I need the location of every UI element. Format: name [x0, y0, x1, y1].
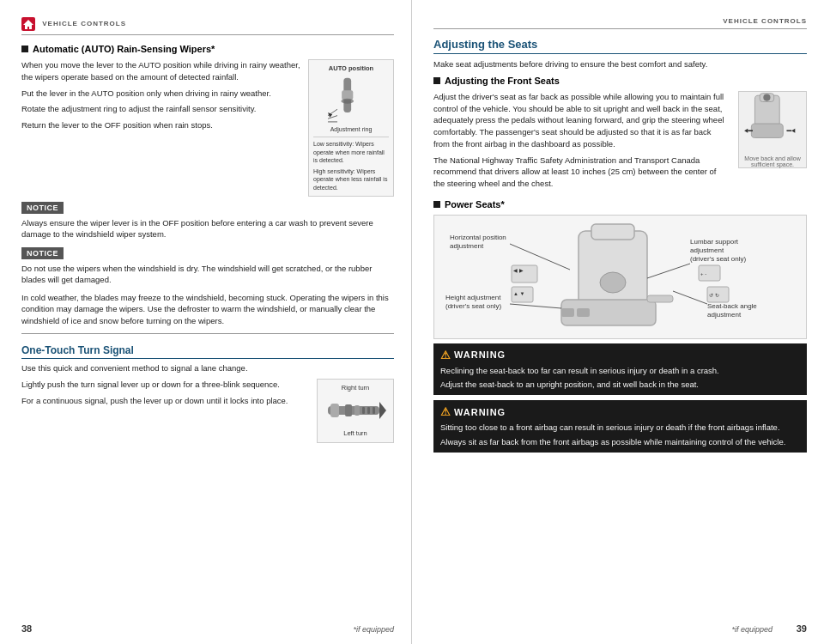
- warning-2: ⚠ WARNING Sitting too close to a front a…: [433, 400, 807, 453]
- wiper-para-2: Put the lever in the AUTO position only …: [21, 88, 301, 100]
- notice-text-1: Always ensure the wiper lever is in the …: [21, 217, 394, 240]
- notice-text-3: In cold weather, the blades may freeze t…: [21, 292, 394, 326]
- front-seat-para-1: Adjust the driver's seat as far back as …: [433, 91, 724, 150]
- svg-point-20: [763, 94, 770, 100]
- svg-rect-25: [579, 231, 647, 308]
- front-seat-text: Adjust the driver's seat as far back as …: [433, 91, 724, 194]
- home-icon: [21, 20, 42, 27]
- warning-1-text-2: Adjust the seat-back to an upright posit…: [440, 379, 800, 390]
- bullet-icon-3: [433, 201, 440, 208]
- svg-rect-27: [591, 224, 634, 240]
- svg-rect-14: [362, 407, 365, 414]
- svg-rect-15: [367, 407, 370, 414]
- turn-para-2: For a continuous signal, push the lever …: [21, 395, 310, 407]
- turn-diagram-box: Right turn Left turn: [317, 379, 394, 443]
- wipers-text: When you move the lever to the AUTO posi…: [21, 59, 301, 197]
- auto-wipers-title: Automatic (AUTO) Rain-Sensing Wipers*: [21, 44, 394, 54]
- svg-point-4: [341, 99, 354, 104]
- adjusting-seats-title: Adjusting the Seats: [433, 38, 807, 54]
- left-turn-label: Left turn: [343, 429, 367, 437]
- svg-rect-29: [647, 295, 673, 302]
- left-page: VEHICLE CONTROLS Automatic (AUTO) Rain-S…: [0, 0, 412, 644]
- warning-triangle-1: ⚠: [440, 349, 451, 361]
- svg-marker-13: [379, 402, 386, 419]
- svg-rect-30: [561, 308, 574, 317]
- warning-1-header: ⚠ WARNING: [440, 349, 800, 361]
- svg-point-28: [600, 272, 626, 293]
- svg-text:adjustment: adjustment: [450, 242, 484, 250]
- svg-rect-31: [577, 308, 590, 317]
- notice-text-2: Do not use the wipers when the windshiel…: [21, 263, 394, 286]
- warning-triangle-2: ⚠: [440, 405, 451, 418]
- svg-text:Height adjustment: Height adjustment: [445, 294, 501, 301]
- front-seat-diagram: Move back and allow sufficient space.: [738, 91, 807, 168]
- warning-2-text-1: Sitting too close to a front airbag can …: [440, 422, 800, 433]
- svg-rect-11: [345, 404, 352, 416]
- power-seats-diagram: Horizontal position adjustment ◀ ▶ Heigh…: [433, 215, 807, 339]
- seats-intro: Make seat adjustments before driving to …: [433, 58, 807, 70]
- wiper-sensitivity-labels: Low sensitivity: Wipers operate when mor…: [313, 137, 389, 191]
- page-spread: VEHICLE CONTROLS Automatic (AUTO) Rain-S…: [0, 0, 824, 644]
- front-seat-content: Adjust the driver's seat as far back as …: [433, 91, 807, 194]
- left-header: VEHICLE CONTROLS: [21, 17, 394, 35]
- right-turn-label: Right turn: [342, 384, 370, 392]
- svg-text:▲ ▼: ▲ ▼: [513, 291, 525, 296]
- turn-signal-title: One-Touch Turn Signal: [21, 344, 394, 359]
- bullet-icon-2: [433, 77, 440, 84]
- left-page-number: 38: [21, 623, 32, 634]
- svg-rect-3: [342, 90, 353, 100]
- right-footnote: *if equipped: [731, 625, 772, 634]
- svg-rect-16: [373, 407, 375, 414]
- right-page: VEHICLE CONTROLS Adjusting the Seats Mak…: [412, 0, 824, 644]
- turn-para-1: Lightly push the turn signal lever up or…: [21, 379, 310, 391]
- notice-label-2: NOTICE: [21, 247, 64, 259]
- divider-1: [21, 333, 394, 334]
- svg-rect-18: [751, 124, 783, 137]
- svg-text:Horizontal position: Horizontal position: [450, 234, 506, 241]
- svg-text:Lumbar support: Lumbar support: [690, 238, 739, 246]
- left-footnote: *if equipped: [353, 625, 394, 634]
- adj-ring-label: Adjustment ring: [330, 125, 373, 134]
- svg-text:adjustment: adjustment: [707, 311, 742, 319]
- svg-text:Seat-back angle: Seat-back angle: [707, 302, 757, 310]
- front-seats-title: Adjusting the Front Seats: [433, 76, 807, 86]
- right-page-number: 39: [797, 623, 807, 634]
- wiper-svg: [315, 75, 388, 125]
- wipers-content: When you move the lever to the AUTO posi…: [21, 59, 394, 197]
- front-seat-para-2: The National Highway Traffic Safety Admi…: [433, 155, 724, 190]
- svg-rect-12: [354, 405, 360, 416]
- svg-line-45: [647, 264, 690, 278]
- svg-line-39: [510, 304, 561, 308]
- power-seat-svg: Horizontal position adjustment ◀ ▶ Heigh…: [441, 222, 810, 332]
- svg-text:+ -: + -: [700, 271, 706, 276]
- bullet-icon: [21, 46, 28, 52]
- turn-signal-svg: [324, 393, 388, 428]
- svg-text:◀ ▶: ◀ ▶: [513, 268, 524, 273]
- turn-text: Lightly push the turn signal lever up or…: [21, 379, 310, 443]
- warning-2-text-2: Always sit as far back from the front ai…: [440, 436, 800, 447]
- svg-marker-24: [791, 129, 795, 133]
- power-seats-title: Power Seats*: [433, 199, 807, 210]
- wiper-para-4: Return the lever to the OFF position whe…: [21, 119, 301, 131]
- turn-intro: Use this quick and convenient method to …: [21, 362, 394, 374]
- wiper-diagram-box: AUTO position Adjustment ring: [308, 59, 394, 197]
- notice-2: NOTICE Do not use the wipers when the wi…: [21, 247, 394, 286]
- svg-line-50: [673, 291, 707, 304]
- svg-rect-26: [561, 300, 656, 325]
- auto-label: AUTO position: [329, 64, 373, 72]
- svg-rect-10: [330, 404, 339, 417]
- svg-text:(driver's seat only): (driver's seat only): [690, 255, 746, 263]
- turn-signal-section: One-Touch Turn Signal Use this quick and…: [21, 344, 394, 443]
- svg-text:adjustment: adjustment: [690, 246, 724, 254]
- notice-1: NOTICE Always ensure the wiper lever is …: [21, 202, 394, 240]
- wiper-para-3: Rotate the adjustment ring to adjust the…: [21, 103, 301, 115]
- svg-text:(driver's seat only): (driver's seat only): [445, 302, 501, 310]
- front-seat-svg: [738, 92, 807, 155]
- wiper-para-1: When you move the lever to the AUTO posi…: [21, 59, 301, 83]
- turn-content: Lightly push the turn signal lever up or…: [21, 379, 394, 443]
- seat-caption: Move back and allow sufficient space.: [739, 155, 806, 167]
- warning-2-header: ⚠ WARNING: [440, 405, 800, 418]
- right-header: VEHICLE CONTROLS: [433, 17, 807, 29]
- notice-label-1: NOTICE: [21, 202, 64, 214]
- svg-text:↺ ↻: ↺ ↻: [709, 293, 719, 298]
